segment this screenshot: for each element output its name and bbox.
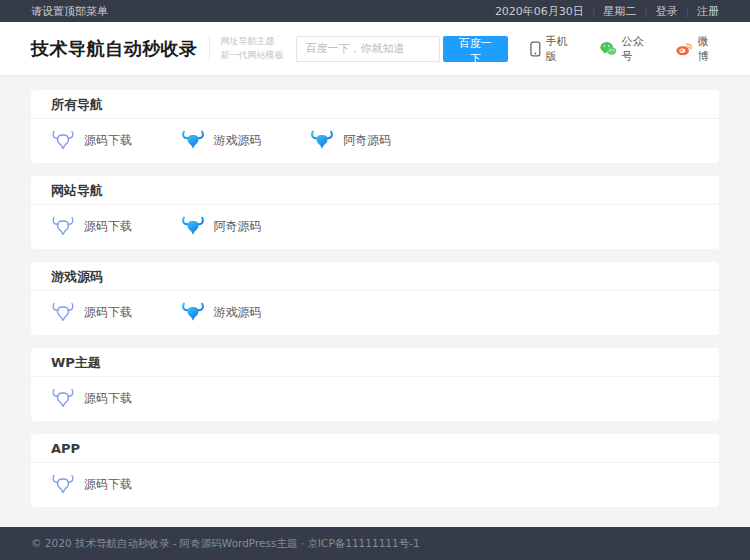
nav-section-app: APP 源码下载: [31, 434, 719, 507]
nav-link[interactable]: 源码下载: [51, 385, 181, 412]
section-title: 游戏源码: [31, 262, 719, 291]
site-tagline: 网址导航主题 新一代网站模板: [209, 35, 284, 63]
nav-link[interactable]: 游戏源码: [181, 299, 311, 326]
wechat-official-label: 公众号: [622, 34, 654, 64]
section-title: APP: [31, 434, 719, 463]
nav-link-label: 游戏源码: [214, 304, 262, 321]
weibo-link[interactable]: 微博: [676, 34, 719, 64]
nav-link-label: 源码下载: [84, 390, 132, 407]
nav-link-label: 源码下载: [84, 304, 132, 321]
bull-filled-icon: [181, 130, 205, 151]
nav-link-label: 阿奇源码: [214, 218, 262, 235]
topbar-menu-hint: 请设置顶部菜单: [31, 4, 108, 19]
topbar-weekday: 星期二: [603, 4, 636, 19]
bull-outline-icon: [51, 302, 75, 323]
tagline-line2: 新一代网站模板: [221, 49, 284, 63]
nav-section-game: 游戏源码 源码下载 游戏源码: [31, 262, 719, 335]
nav-section-website: 网站导航 源码下载 阿奇源码: [31, 176, 719, 249]
bull-filled-icon: [181, 302, 205, 323]
login-link[interactable]: 登录: [656, 4, 678, 19]
bull-outline-icon: [51, 388, 75, 409]
topbar-date: 2020年06月30日: [495, 4, 584, 19]
nav-link[interactable]: 源码下载: [51, 471, 181, 498]
mobile-version-link[interactable]: 手机版: [530, 34, 578, 64]
section-title: WP主题: [31, 348, 719, 377]
register-link[interactable]: 注册: [697, 4, 719, 19]
nav-link-label: 源码下载: [84, 476, 132, 493]
search-button[interactable]: 百度一下: [443, 36, 508, 62]
search-input[interactable]: [296, 36, 440, 62]
bull-outline-icon: [51, 130, 75, 151]
mobile-version-label: 手机版: [546, 34, 578, 64]
wechat-icon: [600, 41, 617, 56]
header-links: 手机版 公众号: [508, 34, 719, 64]
footer-copyright: © 2020 技术导航自动秒收录 - 阿奇源码WordPress主题 · 京IC…: [31, 537, 719, 551]
footer: © 2020 技术导航自动秒收录 - 阿奇源码WordPress主题 · 京IC…: [0, 527, 750, 560]
search-bar: 百度一下: [296, 36, 508, 62]
separator: |: [592, 6, 595, 17]
nav-link-label: 源码下载: [84, 218, 132, 235]
main-content: 所有导航 源码下载 游戏源码: [0, 75, 750, 527]
bull-filled-icon: [181, 216, 205, 237]
mobile-icon: [530, 41, 541, 57]
section-title: 网站导航: [31, 176, 719, 205]
weibo-label: 微博: [697, 34, 719, 64]
nav-link-label: 游戏源码: [214, 132, 262, 149]
separator: |: [644, 6, 647, 17]
nav-link[interactable]: 阿奇源码: [310, 127, 440, 154]
header: 技术导航自动秒收录 网址导航主题 新一代网站模板 百度一下 手机版: [0, 22, 750, 75]
section-title: 所有导航: [31, 90, 719, 119]
bull-outline-icon: [51, 216, 75, 237]
nav-link[interactable]: 阿奇源码: [181, 213, 311, 240]
tagline-line1: 网址导航主题: [221, 35, 284, 49]
nav-link-label: 阿奇源码: [343, 132, 391, 149]
nav-link[interactable]: 源码下载: [51, 299, 181, 326]
topbar: 请设置顶部菜单 2020年06月30日 | 星期二 | 登录 | 注册: [0, 0, 750, 22]
wechat-official-link[interactable]: 公众号: [600, 34, 654, 64]
nav-section-all: 所有导航 源码下载 游戏源码: [31, 90, 719, 163]
nav-section-wp: WP主题 源码下载: [31, 348, 719, 421]
nav-link-label: 源码下载: [84, 132, 132, 149]
nav-link[interactable]: 源码下载: [51, 213, 181, 240]
nav-link[interactable]: 源码下载: [51, 127, 181, 154]
nav-link[interactable]: 游戏源码: [181, 127, 311, 154]
bull-filled-icon: [310, 130, 334, 151]
separator: |: [686, 6, 689, 17]
site-title: 技术导航自动秒收录: [31, 37, 198, 61]
weibo-icon: [676, 41, 693, 56]
bull-outline-icon: [51, 474, 75, 495]
